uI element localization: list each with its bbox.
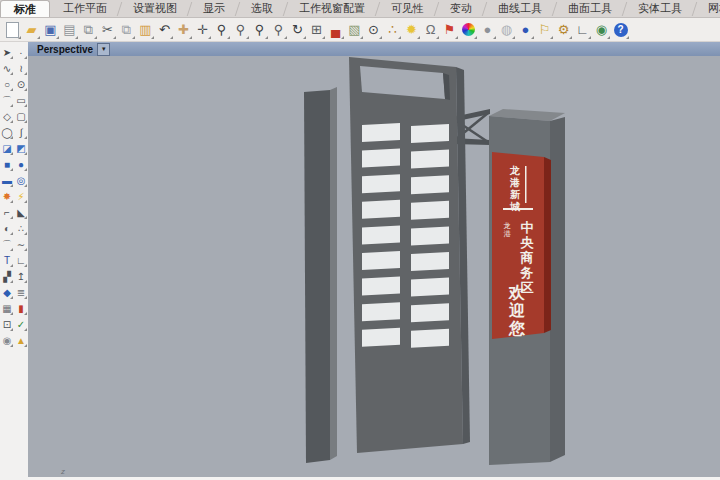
zoom-extents-icon[interactable]: ⚲: [250, 20, 269, 40]
nameplate[interactable]: [362, 123, 400, 142]
help-icon[interactable]: ?: [611, 20, 630, 40]
viewport-title[interactable]: Perspective: [37, 44, 93, 55]
boolean-difference-icon[interactable]: ◐: [0, 221, 14, 237]
model-left-post-front[interactable]: [304, 90, 330, 463]
viewport-canvas[interactable]: 龙港新城龙港中央商务区欢迎您 z: [28, 56, 720, 477]
menu-tab-11[interactable]: 网格工具: [695, 0, 720, 17]
check-objects-icon[interactable]: ✓: [14, 317, 28, 333]
chamfer-curves-icon[interactable]: ◣: [14, 205, 28, 221]
nameplate[interactable]: [362, 277, 400, 296]
menu-tab-2[interactable]: 设置视图: [120, 0, 190, 17]
circle-diameter-icon[interactable]: ⊙: [14, 77, 28, 93]
lamp-icon[interactable]: ✹: [402, 20, 421, 40]
rotate-view-icon[interactable]: ↻: [288, 20, 307, 40]
options-gears-icon[interactable]: ⚙: [554, 20, 573, 40]
dimension-icon[interactable]: ∟: [14, 253, 28, 269]
rotate-cplane-icon[interactable]: ⊙: [364, 20, 383, 40]
nameplate[interactable]: [362, 174, 400, 193]
arc-blend-icon[interactable]: ⌒: [0, 237, 14, 253]
copy-icon[interactable]: ⧉: [117, 20, 136, 40]
nameplate[interactable]: [411, 329, 449, 348]
rendered-viewport-icon[interactable]: ●: [516, 20, 535, 40]
extrude-curve-icon[interactable]: ↥: [14, 269, 28, 285]
nameplate[interactable]: [411, 303, 449, 322]
contour-icon[interactable]: ≣: [14, 285, 28, 301]
menu-tab-10[interactable]: 实体工具: [625, 0, 695, 17]
selection-filter-icon[interactable]: ⚐: [535, 20, 554, 40]
nameplate[interactable]: [362, 302, 400, 321]
nameplate[interactable]: [362, 225, 400, 244]
undo-icon[interactable]: ↶: [155, 20, 174, 40]
color-wheel-icon[interactable]: [459, 20, 478, 40]
plan-view-icon[interactable]: ▧: [345, 20, 364, 40]
viewport-title-bar[interactable]: Perspective ▾: [28, 42, 720, 57]
web-browser-earth-icon[interactable]: ◉: [592, 20, 611, 40]
box-icon[interactable]: ■: [0, 157, 14, 173]
menu-tab-6[interactable]: 可见性: [378, 0, 437, 17]
save-icon[interactable]: ▣: [41, 20, 60, 40]
object-snap-icon[interactable]: ∴: [383, 20, 402, 40]
move-icon[interactable]: ✛: [193, 20, 212, 40]
dimension-tool-icon[interactable]: ∟: [573, 20, 592, 40]
circle-icon[interactable]: ○: [0, 77, 14, 93]
ghosted-viewport-icon[interactable]: ◍: [497, 20, 516, 40]
model-tower-side[interactable]: [550, 117, 565, 462]
nameplate[interactable]: [411, 252, 449, 271]
nameplate[interactable]: [362, 200, 400, 219]
rectangular-array-icon[interactable]: ▦: [0, 301, 14, 317]
zoom-dynamic-icon[interactable]: ⚲: [212, 20, 231, 40]
nameplate[interactable]: [411, 150, 449, 169]
menu-tab-5[interactable]: 工作视窗配置: [286, 0, 378, 17]
solid-union-icon[interactable]: ◆: [0, 285, 14, 301]
viewport-menu-dropdown[interactable]: ▾: [97, 43, 110, 56]
single-point-icon[interactable]: ∙: [14, 45, 28, 61]
rectangle-icon[interactable]: ▭: [14, 93, 28, 109]
text-object-icon[interactable]: T: [0, 253, 14, 269]
loft-surface-icon[interactable]: ◩: [14, 141, 28, 157]
ellipse-icon[interactable]: ◯: [0, 125, 14, 141]
menu-tab-7[interactable]: 变动: [437, 0, 485, 17]
print-icon[interactable]: ▤: [60, 20, 79, 40]
rounded-rectangle-icon[interactable]: ▢: [14, 109, 28, 125]
new-file-icon[interactable]: [3, 20, 22, 40]
shaded-viewport-icon[interactable]: ●: [478, 20, 497, 40]
nameplate[interactable]: [411, 175, 449, 194]
nameplate[interactable]: [362, 149, 400, 168]
control-point-curve-icon[interactable]: ≀: [14, 61, 28, 77]
fillet-curves-icon[interactable]: ⌐: [0, 205, 14, 221]
explode-icon[interactable]: ✸: [0, 189, 14, 205]
pipe-icon[interactable]: ▮: [14, 301, 28, 317]
menu-tab-8[interactable]: 曲线工具: [485, 0, 555, 17]
wayfinding-sign-side[interactable]: [544, 157, 551, 333]
slab-icon[interactable]: ▬: [0, 173, 14, 189]
render-icon[interactable]: ⚑: [440, 20, 459, 40]
lock-objects-icon[interactable]: Ω: [421, 20, 440, 40]
four-viewports-icon[interactable]: ⊞: [307, 20, 326, 40]
blend-curve-icon[interactable]: ∫: [14, 125, 28, 141]
zoom-selected-icon[interactable]: ⚲: [269, 20, 288, 40]
cut-icon[interactable]: ✂: [98, 20, 117, 40]
menu-tab-0[interactable]: 标准: [0, 0, 50, 17]
analyze-spheres-icon[interactable]: ◉: [0, 333, 14, 349]
extrude-surface-icon[interactable]: ⊡: [0, 317, 14, 333]
nameplate[interactable]: [362, 328, 400, 347]
torus-icon[interactable]: ◎: [14, 173, 28, 189]
model-left-post-side[interactable]: [330, 87, 337, 460]
nameplate[interactable]: [411, 278, 449, 297]
pan-view-icon[interactable]: ✚: [174, 20, 193, 40]
menu-tab-1[interactable]: 工作平面: [50, 0, 120, 17]
named-views-icon[interactable]: ▄: [326, 20, 345, 40]
nameplate[interactable]: [411, 124, 449, 143]
adjustable-curve-icon[interactable]: ∼: [14, 237, 28, 253]
block-insert-icon[interactable]: ▞: [0, 269, 14, 285]
pyramid-icon[interactable]: ▲: [14, 333, 28, 349]
menu-tab-4[interactable]: 选取: [238, 0, 286, 17]
nameplate[interactable]: [362, 251, 400, 270]
curve-boolean-icon[interactable]: ⚡: [14, 189, 28, 205]
points-from-object-icon[interactable]: ∴: [14, 221, 28, 237]
zoom-window-icon[interactable]: ⚲: [231, 20, 250, 40]
surface-from-corners-icon[interactable]: ◪: [0, 141, 14, 157]
sphere-icon[interactable]: ●: [14, 157, 28, 173]
polygon-icon[interactable]: ◇: [0, 109, 14, 125]
arc-icon[interactable]: ⌒: [0, 93, 14, 109]
